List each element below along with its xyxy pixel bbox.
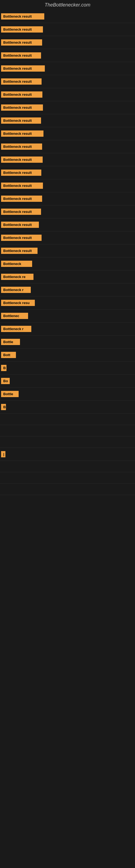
bottleneck-bar: Bottleneck result <box>1 118 41 124</box>
bottleneck-bar: Bottleneck result <box>1 169 41 176</box>
list-item: Bottleneck result <box>0 205 135 218</box>
bottleneck-bar: Bottleneck result <box>1 195 42 202</box>
bottleneck-bar: Bottleneck result <box>1 209 41 215</box>
bottleneck-bar: Bottleneck result <box>1 183 43 189</box>
list-item: B <box>0 401 135 414</box>
list-item: Bottle <box>0 336 135 348</box>
bottleneck-bar: Bottleneck result <box>1 222 39 228</box>
list-item: Bottleneck result <box>0 36 135 49</box>
list-item: Bottleneck result <box>0 218 135 231</box>
bottleneck-bar: Bottle <box>1 339 20 345</box>
bottleneck-bar: Bottleneck result <box>1 13 44 20</box>
bottleneck-bar: Bottleneck result <box>1 79 42 85</box>
list-item <box>0 461 135 472</box>
list-item: Bottleneck <box>0 257 135 271</box>
bottleneck-bar: Bottlenec <box>1 313 28 319</box>
list-item: Bottleneck result <box>0 192 135 205</box>
list-item: Bottleneck r <box>0 322 135 336</box>
list-item: B <box>0 362 135 375</box>
site-title: TheBottlenecker.com <box>0 0 135 10</box>
bottleneck-bar: Bottleneck result <box>1 156 43 163</box>
bottleneck-bar: Bottleneck result <box>1 248 38 254</box>
list-item: Bottleneck result <box>0 23 135 36</box>
list-item: Bottleneck result <box>0 10 135 23</box>
bottleneck-bar: Bottleneck result <box>1 65 45 72</box>
bottleneck-bar: Bottle <box>1 391 18 397</box>
list-item: Bottleneck result <box>0 49 135 62</box>
list-item: Bottleneck re <box>0 271 135 283</box>
list-item: Bottleneck result <box>0 127 135 140</box>
list-item: Bottleneck result <box>0 244 135 257</box>
list-item: Bottleneck result <box>0 179 135 192</box>
bottleneck-bar: Bottleneck result <box>1 144 42 150</box>
list-item: Bottlenec <box>0 310 135 322</box>
list-item: Bottleneck result <box>0 153 135 166</box>
bottleneck-bar: Bottleneck result <box>1 130 43 137</box>
list-item: Bottleneck resu <box>0 297 135 310</box>
bottleneck-bar: Bottleneck result <box>1 39 42 45</box>
list-item: Bottleneck result <box>0 114 135 127</box>
list-item <box>0 472 135 484</box>
bottleneck-bar: Bottleneck r <box>1 326 31 332</box>
list-item <box>0 414 135 425</box>
list-item <box>0 436 135 448</box>
list-item <box>0 425 135 436</box>
list-item: Bottleneck result <box>0 62 135 75</box>
list-item: Bottleneck result <box>0 75 135 88</box>
list-item: Bottleneck result <box>0 166 135 179</box>
bottleneck-bar: Bottleneck result <box>1 235 42 241</box>
list-item: Bottleneck result <box>0 140 135 153</box>
bottleneck-bar: B <box>1 365 6 371</box>
bottleneck-bar: Bottleneck result <box>1 91 42 98</box>
bottleneck-bar: Bott <box>1 352 16 358</box>
bottleneck-bar: Bottleneck <box>1 261 32 267</box>
list-item: Bo <box>0 375 135 388</box>
bottleneck-bar: Bo <box>1 378 10 384</box>
bottleneck-bar: Bottleneck result <box>1 52 41 59</box>
bottleneck-bar: B <box>1 404 6 410</box>
list-item: Bottleneck result <box>0 88 135 101</box>
list-item: Bottle <box>0 388 135 401</box>
bottleneck-bar: Bottleneck resu <box>1 300 35 306</box>
list-item: Bott <box>0 348 135 362</box>
list-item: Bottleneck r <box>0 283 135 297</box>
list-item: Bottleneck result <box>0 101 135 114</box>
list-item <box>0 484 135 495</box>
list-item: | <box>0 448 135 461</box>
bottleneck-bar: Bottleneck result <box>1 104 43 111</box>
bottleneck-bar: Bottleneck re <box>1 274 34 280</box>
bottleneck-bar: Bottleneck r <box>1 287 31 293</box>
bottleneck-bar: Bottleneck result <box>1 26 43 33</box>
bottleneck-bar: | <box>1 451 5 457</box>
list-item: Bottleneck result <box>0 231 135 244</box>
